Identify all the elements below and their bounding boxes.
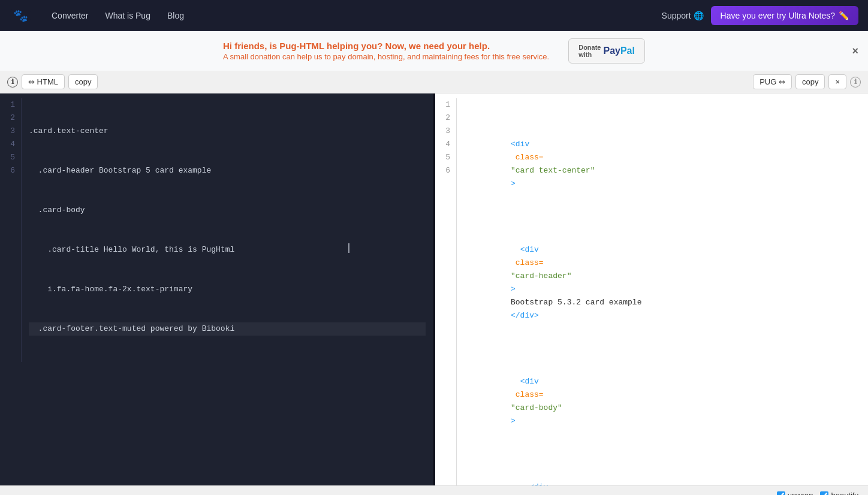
right-copy-label: copy <box>802 77 818 86</box>
right-info-icon: ℹ <box>850 77 861 87</box>
html-line-1: <div class= "card text-center" > <box>464 125 861 204</box>
editors-container: 1 2 3 4 5 6 .card.text-center .card-head… <box>0 93 868 485</box>
beautify-checkbox[interactable] <box>820 491 828 496</box>
beautify-label[interactable]: beautify <box>820 491 858 495</box>
close-editor-icon: × <box>835 77 840 86</box>
close-editor-button[interactable]: × <box>828 74 846 89</box>
donation-text-block: Hi friends, is Pug-HTML helping you? Now… <box>223 41 549 61</box>
left-copy-button[interactable]: copy <box>68 74 98 89</box>
cursor-indicator <box>348 243 349 253</box>
html-line-num-6: 6 <box>441 164 450 177</box>
pug-line-4: .card-title Hello World, this is PugHtml <box>29 243 426 256</box>
html-editor-content: 1 2 3 4 5 6 <div class= "card text-cente… <box>435 93 868 485</box>
navbar: 🐾 Converter What is Pug Blog Support 🌐 H… <box>0 0 868 31</box>
pug-line-6: .card-footer.text-muted powered by Biboo… <box>29 322 426 336</box>
left-info-icon: ℹ <box>7 77 18 87</box>
beautify-text: beautify <box>831 491 858 495</box>
html-line-num-1: 1 <box>441 98 450 111</box>
donation-hi-line: Hi friends, is Pug-HTML helping you? Now… <box>223 41 549 51</box>
brand-logo: 🐾 <box>10 5 31 26</box>
paypal-button[interactable]: Donatewith PayPal <box>568 38 645 64</box>
html-line-4: <div class= "card-title" > Hello World, … <box>464 467 861 485</box>
nav-what-is-pug[interactable]: What is Pug <box>99 7 156 24</box>
nav-links: Converter What is Pug Blog <box>46 7 662 24</box>
support-button[interactable]: Support 🌐 <box>662 11 704 20</box>
toolbar-right: PUG ⇔ copy × ℹ <box>753 74 861 89</box>
html-btn-label: ⇔ HTML <box>28 77 58 86</box>
pug-line-num-5: 5 <box>6 151 15 164</box>
paypal-logo: PayPal <box>603 46 634 56</box>
donation-hi-text: Hi friends, <box>223 41 267 51</box>
pug-line-num-4: 4 <box>6 138 15 151</box>
html-editor[interactable]: 1 2 3 4 5 6 <div class= "card text-cente… <box>435 93 868 485</box>
pencil-icon: ✏️ <box>839 11 849 20</box>
paypal-donate-text: Donatewith <box>578 44 601 58</box>
unwrap-text: unwrap <box>788 491 813 495</box>
pug-line-num-2: 2 <box>6 111 15 125</box>
support-label: Support <box>662 11 691 20</box>
pug-editor[interactable]: 1 2 3 4 5 6 .card.text-center .card-head… <box>0 93 434 485</box>
right-copy-button[interactable]: copy <box>795 74 825 89</box>
donation-sub-text: A small donation can help us to pay doma… <box>223 52 549 61</box>
toolbar-left: ℹ ⇔ HTML copy <box>7 74 98 89</box>
navbar-right: Support 🌐 Have you ever try Ultra Notes?… <box>662 6 858 25</box>
bottom-bar: unwrap beautify <box>0 485 868 495</box>
pug-editor-content: 1 2 3 4 5 6 .card.text-center .card-head… <box>0 93 433 367</box>
nav-blog[interactable]: Blog <box>161 7 190 24</box>
toolbar: ℹ ⇔ HTML copy PUG ⇔ copy × ℹ <box>0 71 868 93</box>
brand: 🐾 <box>10 5 31 26</box>
donation-highlighted: is Pug-HTML helping you? Now, we need yo… <box>270 41 490 51</box>
html-line-num-3: 3 <box>441 125 450 138</box>
html-line-num-2: 2 <box>441 111 450 125</box>
pug-line-1: .card.text-center <box>29 125 426 138</box>
ultra-notes-button[interactable]: Have you ever try Ultra Notes? ✏️ <box>711 6 858 25</box>
ultra-notes-label: Have you ever try Ultra Notes? <box>721 11 835 20</box>
close-banner-button[interactable]: × <box>852 46 858 56</box>
html-line-2: <div class= "card-header" > Bootstrap 5.… <box>464 230 861 336</box>
pug-line-5: i.fa.fa-home.fa-2x.text-primary <box>29 283 426 296</box>
pug-convert-button[interactable]: PUG ⇔ <box>753 74 792 89</box>
pug-line-num-3: 3 <box>6 125 15 138</box>
html-line-num-5: 5 <box>441 151 450 164</box>
html-line-3: <div class= "card-body" > <box>464 362 861 441</box>
pug-code[interactable]: .card.text-center .card-header Bootstrap… <box>22 98 433 362</box>
nav-converter[interactable]: Converter <box>46 7 94 24</box>
html-convert-button[interactable]: ⇔ HTML <box>22 74 65 89</box>
unwrap-checkbox[interactable] <box>777 491 785 496</box>
pug-line-num-1: 1 <box>6 98 15 111</box>
pug-line-3: .card-body <box>29 204 426 217</box>
unwrap-label[interactable]: unwrap <box>777 491 813 495</box>
html-code[interactable]: <div class= "card text-center" > <div cl… <box>457 98 868 485</box>
pug-line-2: .card-header Bootstrap 5 card example <box>29 164 426 177</box>
pug-line-numbers: 1 2 3 4 5 6 <box>0 98 22 362</box>
html-line-num-4: 4 <box>441 138 450 151</box>
left-copy-label: copy <box>75 77 91 86</box>
html-line-numbers: 1 2 3 4 5 6 <box>435 98 457 485</box>
pug-btn-label: PUG ⇔ <box>760 77 785 86</box>
pug-line-num-6: 6 <box>6 164 15 177</box>
donation-banner: Hi friends, is Pug-HTML helping you? Now… <box>0 31 868 71</box>
brand-emoji: 🐾 <box>13 8 28 23</box>
globe-icon: 🌐 <box>694 11 704 20</box>
